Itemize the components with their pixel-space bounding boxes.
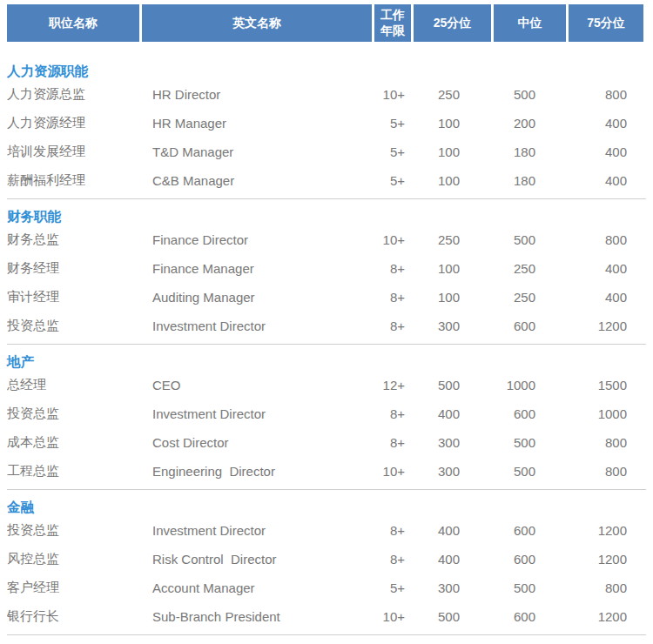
percentile-25: 250 [414,87,491,102]
percentile-75: 400 [569,144,643,159]
work-years: 8+ [374,552,411,567]
header-position-en: 英文名称 [142,4,372,42]
position-name-cn: 投资总监 [7,318,139,334]
median: 500 [494,435,566,450]
table-row: 审计经理 Auditing Manager 8+ 100 250 400 [7,283,646,312]
header-percentile-75: 75分位 [569,4,643,42]
position-name-cn: 财务经理 [7,260,139,277]
work-years: 8+ [374,406,411,421]
position-name-cn: 人力资源总监 [7,86,139,103]
table-row: 薪酬福利经理 C&B Manager 5+ 100 180 400 [7,166,646,195]
table-row: 银行行长 Sub-Branch President 10+ 500 600 12… [7,602,646,631]
median: 600 [494,609,566,624]
percentile-25: 500 [414,609,491,624]
table-row: 成本总监 Cost Director 8+ 300 500 800 [7,428,646,457]
median: 180 [494,144,566,159]
median: 250 [494,290,566,305]
median: 600 [494,406,566,421]
percentile-75: 1500 [569,378,643,392]
percentile-75: 1200 [569,523,643,538]
position-name-en: HR Director [142,87,372,102]
percentile-75: 1200 [569,552,643,567]
section-finance-function: 财务职能 财务总监 Finance Director 10+ 250 500 8… [7,208,646,340]
table-row: 投资总监 Investment Director 8+ 400 600 1200 [7,516,646,545]
work-years: 8+ [374,290,411,305]
position-name-cn: 成本总监 [7,434,139,451]
position-name-cn: 人力资源经理 [7,115,139,131]
percentile-25: 100 [414,261,491,276]
median: 180 [494,173,566,188]
header-position-cn: 职位名称 [7,4,139,42]
table-row: 投资总监 Investment Director 8+ 300 600 1200 [7,312,646,340]
percentile-75: 800 [569,232,643,247]
position-name-cn: 薪酬福利经理 [7,172,139,189]
percentile-25: 400 [414,552,491,567]
percentile-75: 400 [569,261,643,276]
median: 600 [494,523,566,538]
percentile-25: 400 [414,523,491,538]
section-divider [7,634,646,635]
percentile-75: 800 [569,580,643,595]
work-years: 5+ [374,580,411,595]
section-finance: 金融 投资总监 Investment Director 8+ 400 600 1… [7,499,646,631]
work-years: 5+ [374,116,411,131]
section-title: 金融 [7,499,646,516]
header-percentile-25: 25分位 [414,4,491,42]
percentile-25: 100 [414,144,491,159]
section-real-estate: 地产 总经理 CEO 12+ 500 1000 1500 投资总监 Invest… [7,353,646,486]
position-name-en: T&D Manager [142,144,372,159]
percentile-25: 100 [414,290,491,305]
position-name-cn: 审计经理 [7,289,139,305]
percentile-75: 800 [569,464,643,479]
table-row: 人力资源总监 HR Director 10+ 250 500 800 [7,80,646,109]
percentile-25: 300 [414,464,491,479]
position-name-en: HR Manager [142,116,372,131]
section-title: 财务职能 [7,208,646,225]
percentile-75: 400 [569,116,643,131]
work-years: 5+ [374,144,411,159]
position-name-en: Auditing Manager [142,290,372,305]
median: 500 [494,580,566,595]
header-work-years: 工作年限 [374,4,411,42]
table-row: 工程总监 Engineering Director 10+ 300 500 80… [7,457,646,486]
percentile-25: 100 [414,116,491,131]
percentile-25: 400 [414,406,491,421]
median: 500 [494,232,566,247]
section-title: 地产 [7,353,646,371]
work-years: 10+ [374,232,411,247]
table-row: 培训发展经理 T&D Manager 5+ 100 180 400 [7,138,646,166]
percentile-75: 1200 [569,609,643,624]
work-years: 8+ [374,319,411,333]
median: 1000 [494,378,566,392]
position-name-en: Cost Director [142,435,372,450]
position-name-cn: 投资总监 [7,522,139,539]
salary-table-page: 职位名称 英文名称 工作年限 25分位 中位 75分位 人力资源职能 人力资源总… [0,0,653,635]
median: 500 [494,87,566,102]
percentile-25: 100 [414,173,491,188]
percentile-25: 300 [414,319,491,333]
work-years: 8+ [374,523,411,538]
position-name-cn: 投资总监 [7,406,139,422]
position-name-cn: 总经理 [7,377,139,393]
position-name-en: C&B Manager [142,173,372,188]
work-years: 12+ [374,378,411,392]
work-years: 8+ [374,435,411,450]
percentile-75: 800 [569,435,643,450]
position-name-cn: 客户经理 [7,580,139,596]
position-name-en: Account Manager [142,580,372,595]
median: 500 [494,464,566,479]
table-header-row: 职位名称 英文名称 工作年限 25分位 中位 75分位 [7,4,646,42]
header-median: 中位 [494,4,566,42]
position-name-en: Engineering Director [142,464,372,479]
median: 200 [494,116,566,131]
median: 600 [494,552,566,567]
table-row: 投资总监 Investment Director 8+ 400 600 1000 [7,399,646,428]
section-divider [7,198,646,199]
table-row: 总经理 CEO 12+ 500 1000 1500 [7,371,646,399]
work-years: 10+ [374,464,411,479]
percentile-25: 300 [414,580,491,595]
position-name-en: Sub-Branch President [142,609,372,624]
position-name-en: CEO [142,378,372,392]
table-row: 财务经理 Finance Manager 8+ 100 250 400 [7,254,646,283]
work-years: 8+ [374,261,411,276]
